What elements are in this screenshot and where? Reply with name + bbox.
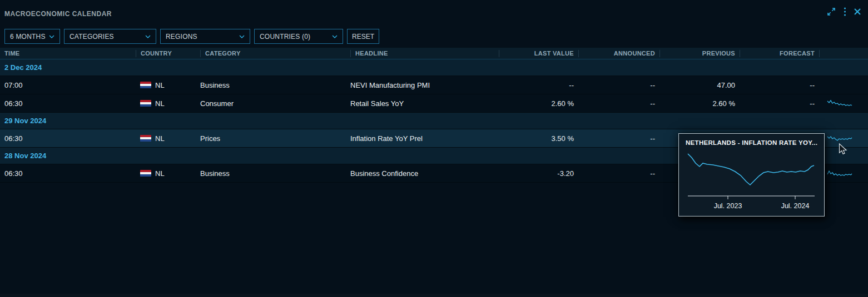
chevron-down-icon xyxy=(239,33,245,41)
country-code: NL xyxy=(155,81,165,89)
chevron-down-icon xyxy=(145,33,151,41)
event-last-value: 3.50 % xyxy=(499,134,578,143)
sparkline-chart[interactable] xyxy=(819,134,868,143)
tooltip-x-label-right: Jul. 2024 xyxy=(781,202,809,210)
page-title: MACROECONOMIC CALENDAR xyxy=(4,10,112,18)
event-forecast: -- xyxy=(740,99,819,108)
horizontal-scrollbar-track[interactable] xyxy=(0,294,868,297)
sparkline-chart[interactable] xyxy=(819,99,868,108)
event-announced: -- xyxy=(578,99,659,108)
column-header-time[interactable]: TIME xyxy=(0,50,136,57)
event-country: NL xyxy=(136,81,200,89)
event-country: NL xyxy=(136,169,200,178)
event-time: 06:30 xyxy=(0,134,136,143)
event-category: Prices xyxy=(200,134,350,143)
date-group-label: 28 Nov 2024 xyxy=(4,152,46,160)
close-icon[interactable] xyxy=(854,8,861,16)
date-group-label: 29 Nov 2024 xyxy=(4,117,46,125)
country-code: NL xyxy=(155,99,165,108)
event-announced: -- xyxy=(578,81,659,89)
countries-dropdown[interactable]: COUNTRIES (0) xyxy=(254,29,343,44)
event-category: Consumer xyxy=(200,99,350,108)
event-country: NL xyxy=(136,99,200,108)
period-dropdown-value: 6 MONTHS xyxy=(10,33,46,41)
column-header-last-value[interactable]: LAST VALUE xyxy=(499,50,578,57)
country-code: NL xyxy=(155,134,165,143)
countries-dropdown-value: COUNTRIES (0) xyxy=(260,33,310,41)
expand-icon[interactable] xyxy=(826,7,836,17)
country-code: NL xyxy=(155,169,165,178)
event-category: Business xyxy=(200,169,350,178)
period-dropdown[interactable]: 6 MONTHS xyxy=(4,29,60,44)
tooltip-series-line xyxy=(688,154,814,185)
column-header-forecast[interactable]: FORECAST xyxy=(740,50,819,57)
column-header-spark xyxy=(819,50,868,57)
event-announced: -- xyxy=(578,134,659,143)
event-headline: Retail Sales YoY xyxy=(350,99,499,108)
tooltip-x-label-left: Jul. 2023 xyxy=(713,202,742,210)
column-header-announced[interactable]: ANNOUNCED xyxy=(578,50,659,57)
macroeconomic-calendar-widget: { "window": { "title": "MACROECONOMIC CA… xyxy=(0,0,868,297)
event-headline: Business Confidence xyxy=(350,169,499,178)
nl-flag-icon xyxy=(140,100,151,107)
date-group-row: 2 Dec 2024 xyxy=(0,59,868,76)
filter-bar: 6 MONTHS CATEGORIES REGIONS COUNTRIES (0… xyxy=(4,29,379,44)
categories-dropdown[interactable]: CATEGORIES xyxy=(64,29,156,44)
event-announced: -- xyxy=(578,169,659,178)
event-category: Business xyxy=(200,81,350,89)
chart-tooltip: NETHERLANDS - INFLATION RATE YOY... Jul.… xyxy=(678,133,825,217)
event-headline: Inflation Rate YoY Prel xyxy=(350,134,499,143)
sparkline-chart[interactable] xyxy=(819,80,868,89)
event-time: 06:30 xyxy=(0,169,136,178)
table-row[interactable]: 06:30 NL Consumer Retail Sales YoY 2.60 … xyxy=(0,94,868,113)
nl-flag-icon xyxy=(140,135,151,142)
event-time: 07:00 xyxy=(0,81,136,89)
window-controls xyxy=(826,7,861,17)
tooltip-line-chart: Jul. 2023 Jul. 2024 xyxy=(685,149,819,213)
date-group-label: 2 Dec 2024 xyxy=(4,63,42,72)
column-header-headline[interactable]: HEADLINE xyxy=(350,50,499,57)
column-header-previous[interactable]: PREVIOUS xyxy=(659,50,740,57)
event-last-value: 2.60 % xyxy=(499,99,578,108)
nl-flag-icon xyxy=(140,82,151,89)
chevron-down-icon xyxy=(332,33,338,41)
event-headline: NEVI Manufacturing PMI xyxy=(350,81,499,89)
date-group-row: 29 Nov 2024 xyxy=(0,113,868,129)
column-header-category[interactable]: CATEGORY xyxy=(200,50,350,57)
event-forecast: -- xyxy=(740,81,819,89)
event-time: 06:30 xyxy=(0,99,136,108)
nl-flag-icon xyxy=(140,170,151,177)
event-last-value: -- xyxy=(499,81,578,89)
column-header-country[interactable]: COUNTRY xyxy=(136,50,200,57)
table-header-row: TIME COUNTRY CATEGORY HEADLINE LAST VALU… xyxy=(0,48,868,59)
regions-dropdown-value: REGIONS xyxy=(166,33,197,41)
tooltip-title: NETHERLANDS - INFLATION RATE YOY... xyxy=(679,134,824,146)
event-last-value: -3.20 xyxy=(499,169,578,178)
event-previous: 2.60 % xyxy=(659,99,740,108)
reset-button[interactable]: RESET xyxy=(347,29,379,44)
kebab-menu-icon[interactable] xyxy=(844,7,846,17)
categories-dropdown-value: CATEGORIES xyxy=(70,33,114,41)
event-previous: 47.00 xyxy=(659,81,740,89)
chevron-down-icon xyxy=(49,33,54,41)
sparkline-chart[interactable] xyxy=(819,169,868,178)
regions-dropdown[interactable]: REGIONS xyxy=(160,29,250,44)
table-row[interactable]: 07:00 NL Business NEVI Manufacturing PMI… xyxy=(0,76,868,94)
event-country: NL xyxy=(136,134,200,143)
